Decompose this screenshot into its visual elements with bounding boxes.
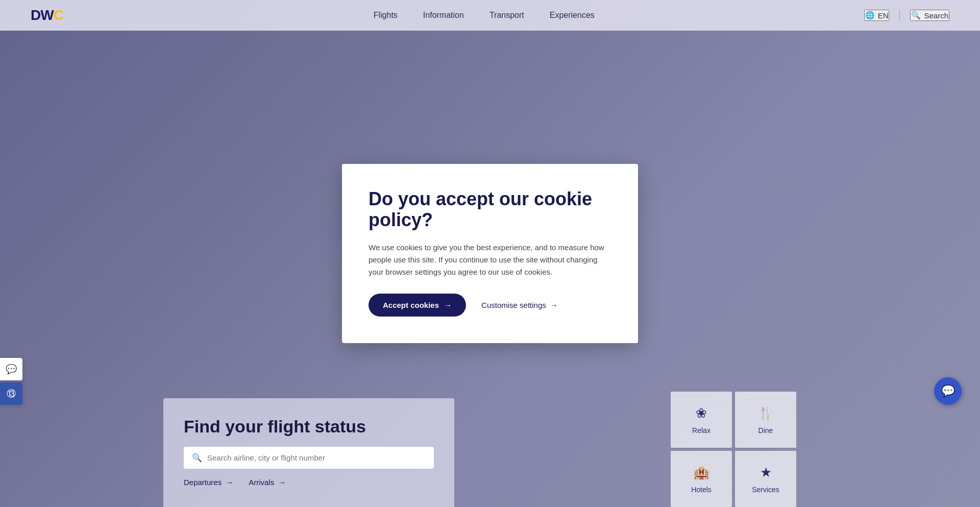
customise-label: Customise settings	[481, 301, 546, 309]
arrow-icon-2: →	[550, 301, 558, 309]
accept-label: Accept cookies	[383, 301, 439, 309]
accept-cookies-button[interactable]: Accept cookies →	[369, 294, 466, 317]
modal-body: We use cookies to give you the best expe…	[369, 242, 611, 278]
arrow-icon: →	[444, 301, 452, 309]
modal-title: Do you accept our cookie policy?	[369, 188, 611, 231]
modal-overlay: Do you accept our cookie policy? We use …	[0, 0, 980, 507]
customise-settings-button[interactable]: Customise settings →	[481, 301, 558, 309]
modal-actions: Accept cookies → Customise settings →	[369, 294, 611, 317]
cookie-modal: Do you accept our cookie policy? We use …	[342, 164, 638, 344]
